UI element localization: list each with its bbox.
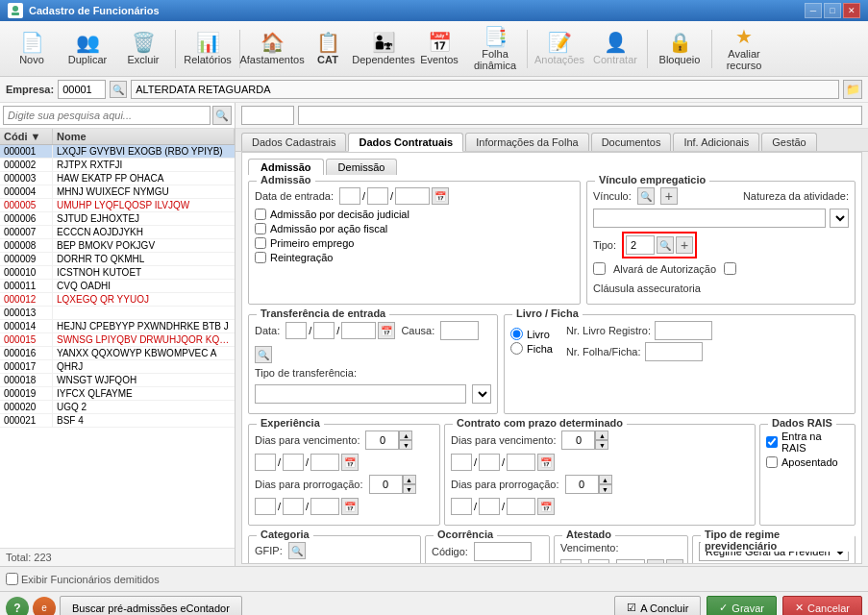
tipo-add[interactable]: + xyxy=(676,236,693,254)
exp-venc-month[interactable] xyxy=(283,454,304,471)
list-item[interactable]: 000017QHRJ xyxy=(0,360,235,374)
list-item[interactable]: 000005UMUHP LYQFLQOSP ILVJQW xyxy=(0,199,235,212)
exp-venc-year[interactable] xyxy=(310,454,339,471)
tipo-lookup[interactable]: 🔍 xyxy=(657,236,674,254)
exp-prorro-day[interactable] xyxy=(255,498,276,515)
sub-tab-demissao[interactable]: Demissão xyxy=(326,159,398,175)
list-item[interactable]: 000004MHNJ WUIXECF NYMGU xyxy=(0,185,235,199)
econtador-button[interactable]: e xyxy=(33,597,56,616)
folha-dinamica-button[interactable]: 📑 Folha dinâmica xyxy=(469,26,521,72)
novo-button[interactable]: 📄 Novo xyxy=(6,26,58,72)
afastamentos-button[interactable]: 🏠 Afastamentos xyxy=(246,26,298,72)
data-entrada-year[interactable] xyxy=(395,187,430,205)
exp-prorro-down[interactable]: ▼ xyxy=(403,484,416,494)
list-item[interactable]: 000016YANXX QQXOWYP KBWOMPVEC A xyxy=(0,347,235,360)
atestado-cal[interactable]: 📅 xyxy=(647,559,664,564)
data-entrada-month[interactable] xyxy=(367,187,388,205)
exibir-demitidos-label[interactable]: Exibir Funcionários demitidos xyxy=(6,573,160,585)
ficha-radio[interactable] xyxy=(510,342,523,355)
nr-livro-input[interactable] xyxy=(655,321,712,340)
cb-alvara[interactable] xyxy=(593,262,606,275)
employee-name-display[interactable]: LXQJF GVYBVI EXOGB (RBO YPIYB) xyxy=(298,106,862,125)
concluir-button[interactable]: ☑ A Concluir xyxy=(614,596,701,616)
exp-venc-input[interactable] xyxy=(365,430,399,450)
vinculo-lookup[interactable]: 🔍 xyxy=(637,187,655,205)
search-button[interactable]: 🔍 xyxy=(212,106,232,125)
employee-id-input[interactable]: 000001 xyxy=(241,106,294,125)
list-item[interactable]: 000012LQXEGQ QR YYUOJ xyxy=(0,293,235,307)
atestado-day[interactable] xyxy=(560,559,582,564)
exp-venc-down[interactable]: ▼ xyxy=(399,440,412,450)
trans-tipo-input[interactable] xyxy=(255,384,466,404)
minimize-button[interactable]: ─ xyxy=(805,3,822,18)
list-item[interactable]: 000020UGQ 2 xyxy=(0,401,235,414)
close-button[interactable]: ✕ xyxy=(843,3,860,18)
trans-day[interactable] xyxy=(285,322,307,339)
anotacoes-button[interactable]: 📝 Anotações xyxy=(533,26,585,72)
dependentes-button[interactable]: 👨‍👧 Dependentes xyxy=(358,26,409,72)
cont-venc-day[interactable] xyxy=(451,454,472,471)
cat-button[interactable]: 📋 CAT xyxy=(302,26,354,72)
list-item[interactable]: 000018WNSGT WJFQOH xyxy=(0,374,235,387)
trans-causa-input[interactable] xyxy=(440,321,479,340)
search-input[interactable] xyxy=(3,106,211,125)
cancelar-button[interactable]: ✕ Cancelar xyxy=(782,596,862,616)
exp-venc-day[interactable] xyxy=(255,454,276,471)
trans-tipo-select[interactable]: ▼ xyxy=(472,384,491,404)
data-entrada-calendar[interactable]: 📅 xyxy=(432,187,449,205)
data-entrada-day[interactable] xyxy=(339,187,360,205)
tab-dados-contratuais[interactable]: Dados Contratuais xyxy=(348,133,463,152)
exp-prorro-month[interactable] xyxy=(283,498,304,515)
cont-prorro-down[interactable]: ▼ xyxy=(599,484,612,494)
list-item[interactable]: 000009DORHR TO QKMHL xyxy=(0,253,235,266)
gfip-lookup[interactable]: 🔍 xyxy=(288,542,306,559)
cont-prorro-day[interactable] xyxy=(451,498,472,515)
eventos-button[interactable]: 📅 Eventos xyxy=(413,26,465,72)
company-code-input[interactable] xyxy=(58,80,106,99)
livro-radio[interactable] xyxy=(510,328,523,340)
cb-clausula[interactable] xyxy=(724,262,736,275)
list-item[interactable]: 000010ICSTNOH KUTOET xyxy=(0,266,235,280)
list-item[interactable]: 000019IYFCX QLFAYME xyxy=(0,387,235,401)
cont-prorro-month[interactable] xyxy=(479,498,500,515)
list-item[interactable]: 000015SWNSG LPIYQBV DRWUHJQOR KQI Y xyxy=(0,333,235,347)
tipo-input[interactable] xyxy=(626,235,655,255)
restore-button[interactable]: □ xyxy=(824,3,841,18)
cont-prorro-year[interactable] xyxy=(507,498,535,515)
trans-causa-lookup[interactable]: 🔍 xyxy=(255,346,272,363)
tab-inf-adicionais[interactable]: Inf. Adicionais xyxy=(673,133,759,151)
cb-primeiro-emprego[interactable] xyxy=(255,237,266,249)
tab-dados-cadastrais[interactable]: Dados Cadastrais xyxy=(241,133,346,151)
company-name-input[interactable] xyxy=(131,80,839,99)
exp-prorro-cal[interactable]: 📅 xyxy=(341,498,359,515)
trans-year[interactable] xyxy=(341,322,376,339)
exp-prorro-year[interactable] xyxy=(310,498,339,515)
codigo-input[interactable] xyxy=(474,542,532,561)
excluir-button[interactable]: 🗑️ Excluir xyxy=(117,26,169,72)
cb-aposentado[interactable] xyxy=(766,456,778,468)
trans-calendar[interactable]: 📅 xyxy=(378,322,395,339)
trans-month[interactable] xyxy=(313,322,335,339)
exp-venc-up[interactable]: ▲ xyxy=(399,430,412,440)
company-folder-button[interactable]: 📁 xyxy=(843,80,862,99)
list-item[interactable]: 000007ECCCN AOJDJYKH xyxy=(0,226,235,239)
list-item[interactable]: 000013 xyxy=(0,307,235,320)
list-item[interactable]: 000014HEJNJ CPEBYYP PXWNDHRKE BTB J xyxy=(0,320,235,333)
bloqueio-button[interactable]: 🔒 Bloqueio xyxy=(654,26,706,72)
cont-venc-input[interactable] xyxy=(561,430,595,450)
natureza-select[interactable]: ▼ xyxy=(830,209,849,228)
list-item[interactable]: 000008BEP BMOKV POKJGV xyxy=(0,239,235,253)
atestado-month[interactable] xyxy=(588,559,609,564)
tab-documentos[interactable]: Documentos xyxy=(591,133,672,151)
company-search-icon[interactable]: 🔍 xyxy=(110,81,127,98)
exp-venc-cal[interactable]: 📅 xyxy=(341,454,359,471)
contratar-button[interactable]: 👤 Contratar xyxy=(589,26,641,72)
avaliar-recurso-button[interactable]: ★ Avaliar recurso xyxy=(718,26,770,72)
cont-venc-month[interactable] xyxy=(479,454,500,471)
cont-prorro-input[interactable] xyxy=(565,475,599,494)
cont-venc-cal[interactable]: 📅 xyxy=(537,454,555,471)
list-item[interactable]: 000006SJTUD EJHOXTEJ xyxy=(0,212,235,226)
tab-informacoes-folha[interactable]: Informações da Folha xyxy=(465,133,588,151)
vinculo-add[interactable]: + xyxy=(660,187,678,205)
list-item[interactable]: 000001LXQJF GVYBVI EXOGB (RBO YPIYB) xyxy=(0,145,235,159)
